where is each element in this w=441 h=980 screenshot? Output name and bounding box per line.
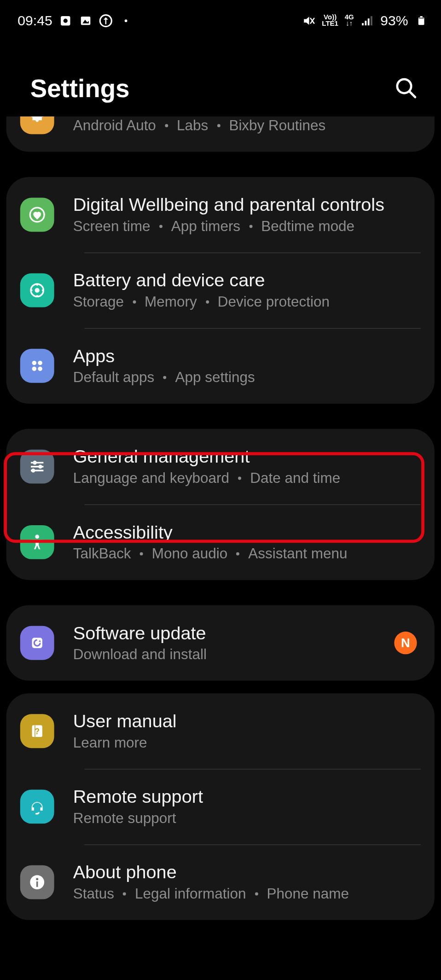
sliders-icon — [20, 450, 54, 484]
svg-point-30 — [35, 535, 39, 539]
accessibility-icon — [20, 525, 54, 559]
svg-point-1 — [64, 18, 68, 23]
svg-point-36 — [36, 878, 38, 880]
settings-item-remote-support[interactable]: Remote support Remote support — [6, 769, 435, 844]
search-icon — [394, 76, 418, 100]
svg-point-21 — [38, 361, 42, 365]
settings-group: ? User manual Learn more Remote support … — [6, 693, 435, 920]
svg-rect-11 — [371, 16, 372, 25]
item-title: Accessibility — [73, 522, 421, 543]
settings-item-software-update[interactable]: Software update Download and install N — [6, 605, 435, 681]
page-title: Settings — [30, 74, 130, 103]
settings-header: Settings — [0, 35, 441, 116]
settings-item-user-manual[interactable]: ? User manual Learn more — [6, 693, 435, 769]
network-4g-icon: 4G ↓↑ — [345, 14, 354, 27]
item-subtitle: Learn more — [73, 734, 421, 751]
item-title: Apps — [73, 346, 421, 366]
item-text: General management Language and keyboard… — [73, 447, 421, 487]
settings-group: Digital Wellbeing and parental controls … — [6, 177, 435, 403]
svg-point-27 — [38, 464, 42, 469]
music-icon — [58, 13, 72, 27]
svg-rect-13 — [420, 16, 422, 17]
item-title: About phone — [73, 862, 421, 883]
svg-rect-8 — [362, 23, 364, 25]
settings-item-about-phone[interactable]: About phone Status Legal information Pho… — [6, 844, 435, 920]
item-subtitle: Screen time App timers Bedtime mode — [73, 218, 421, 235]
svg-point-20 — [32, 361, 37, 365]
volte-icon: Vo)) LTE1 — [322, 14, 338, 27]
settings-item-battery-device-care[interactable]: Battery and device care Storage Memory D… — [6, 253, 435, 328]
item-subtitle: Status Legal information Phone name — [73, 885, 421, 902]
svg-rect-9 — [365, 20, 366, 25]
data-arrows-icon: ↓↑ — [346, 20, 353, 27]
wellbeing-icon — [20, 198, 54, 232]
item-title: Battery and device care — [73, 270, 421, 291]
manual-icon: ? — [20, 714, 54, 748]
settings-item-general-management[interactable]: General management Language and keyboard… — [6, 429, 435, 504]
item-subtitle: Language and keyboard Date and time — [73, 470, 421, 487]
item-subtitle: Android Auto Labs Bixby Routines — [73, 117, 421, 134]
svg-line-16 — [409, 91, 415, 97]
svg-point-5 — [125, 19, 128, 22]
item-title: General management — [73, 447, 421, 467]
svg-point-23 — [38, 366, 42, 371]
settings-item-advanced-features[interactable]: Advanced features Android Auto Labs Bixb… — [6, 116, 435, 152]
item-title: Remote support — [73, 787, 421, 807]
update-icon — [99, 13, 113, 27]
svg-rect-12 — [418, 17, 424, 24]
search-button[interactable] — [390, 72, 422, 104]
svg-rect-37 — [36, 881, 38, 887]
info-icon — [20, 865, 54, 899]
battery-icon — [414, 13, 428, 27]
headset-icon — [20, 789, 54, 823]
settings-item-accessibility[interactable]: Accessibility TalkBack Mono audio Assist… — [6, 504, 435, 580]
signal-icon — [360, 13, 374, 27]
svg-text:?: ? — [35, 727, 40, 736]
item-title: Digital Wellbeing and parental controls — [73, 195, 421, 215]
item-text: Apps Default apps App settings — [73, 346, 421, 386]
settings-item-digital-wellbeing[interactable]: Digital Wellbeing and parental controls … — [6, 177, 435, 252]
item-text: Remote support Remote support — [73, 787, 421, 827]
settings-group: Software update Download and install N — [6, 605, 435, 681]
item-text: Software update Download and install — [73, 623, 376, 663]
svg-rect-14 — [419, 17, 424, 18]
status-left: 09:45 — [17, 12, 133, 29]
svg-point-22 — [32, 366, 37, 371]
settings-group: Advanced features Android Auto Labs Bixb… — [6, 116, 435, 152]
update-square-icon — [20, 626, 54, 660]
notification-badge: N — [394, 632, 417, 654]
status-bar: 09:45 Vo)) LTE1 4G ↓↑ — [0, 0, 441, 35]
settings-item-apps[interactable]: Apps Default apps App settings — [6, 328, 435, 404]
item-title: User manual — [73, 711, 421, 731]
item-subtitle: Storage Memory Device protection — [73, 293, 421, 310]
svg-point-25 — [33, 461, 37, 465]
status-right: Vo)) LTE1 4G ↓↑ 93% — [302, 12, 429, 29]
item-subtitle: Default apps App settings — [73, 369, 421, 386]
device-care-icon — [20, 273, 54, 307]
status-time: 09:45 — [17, 12, 52, 29]
item-subtitle: Download and install — [73, 646, 376, 663]
item-text: Digital Wellbeing and parental controls … — [73, 195, 421, 235]
settings-group: General management Language and keyboard… — [6, 429, 435, 580]
item-subtitle: TalkBack Mono audio Assistant menu — [73, 545, 421, 562]
item-text: Accessibility TalkBack Mono audio Assist… — [73, 522, 421, 562]
svg-rect-10 — [368, 18, 370, 25]
item-text: About phone Status Legal information Pho… — [73, 862, 421, 903]
more-dot-icon — [119, 13, 133, 27]
item-text: User manual Learn more — [73, 711, 421, 751]
puzzle-icon — [20, 116, 54, 134]
item-text: Advanced features Android Auto Labs Bixb… — [73, 117, 421, 134]
item-title: Software update — [73, 623, 376, 644]
item-text: Battery and device care Storage Memory D… — [73, 270, 421, 311]
apps-icon — [20, 349, 54, 383]
mute-icon — [302, 13, 316, 27]
svg-point-29 — [31, 469, 35, 473]
battery-pct: 93% — [380, 12, 408, 29]
status-net2: LTE1 — [322, 20, 338, 27]
svg-point-19 — [35, 288, 40, 293]
image-icon — [79, 13, 93, 27]
item-subtitle: Remote support — [73, 810, 421, 827]
